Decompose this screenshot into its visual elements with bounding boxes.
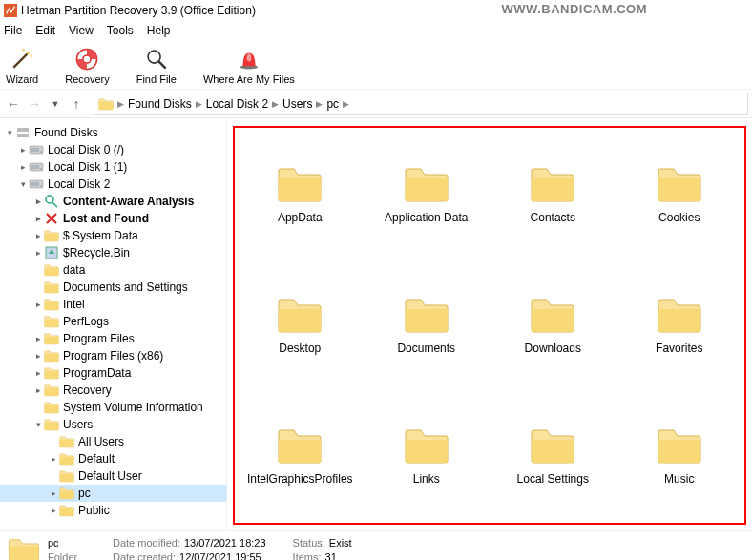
tree-local-disk-0[interactable]: ▸Local Disk 0 (/): [0, 141, 226, 158]
svg-rect-13: [17, 134, 29, 137]
folder-icon: [44, 297, 59, 312]
label: Local Disk 2: [48, 177, 110, 191]
folder-item[interactable]: Application Data: [385, 165, 468, 224]
status-name: pc: [48, 536, 105, 550]
folder-icon: [657, 165, 702, 203]
tree-root-found-disks[interactable]: ▾Found Disks: [0, 124, 226, 141]
folder-icon: [59, 434, 74, 449]
folder-icon: [657, 296, 702, 334]
svg-point-8: [83, 55, 91, 63]
tree-recovery[interactable]: ▸Recovery: [0, 382, 226, 399]
tree-lost-and-found[interactable]: ▸Lost and Found: [0, 210, 226, 227]
folder-icon: [44, 280, 59, 295]
nav-history-dropdown[interactable]: ▼: [46, 94, 65, 114]
tree-program-files-x86[interactable]: ▸Program Files (x86): [0, 347, 226, 364]
folder-item[interactable]: AppData: [277, 165, 323, 224]
title-bar: Hetman Partition Recovery 3.9 (Office Ed…: [0, 0, 752, 21]
recovery-button[interactable]: Recovery: [65, 47, 109, 85]
folder-item[interactable]: Links: [404, 426, 449, 486]
tree-program-files[interactable]: ▸Program Files: [0, 330, 226, 347]
label: pc: [78, 487, 91, 500]
label: PerfLogs: [63, 315, 109, 328]
tree-default[interactable]: ▸Default: [0, 450, 226, 467]
address-bar: ← → ▼ ↑ ▶ Found Disks ▶ Local Disk 2 ▶ U…: [0, 90, 752, 118]
nav-up-button[interactable]: ↑: [67, 94, 86, 114]
crumb-pc[interactable]: pc: [326, 97, 339, 111]
chevron-right-icon: ▶: [272, 99, 279, 109]
wizard-button[interactable]: Wizard: [6, 47, 38, 85]
folder-icon: [98, 96, 114, 112]
folder-icon: [59, 451, 74, 467]
menu-view[interactable]: View: [69, 24, 94, 37]
crumb-users[interactable]: Users: [282, 97, 312, 111]
tree-system-data[interactable]: ▸$ System Data: [0, 227, 226, 244]
menu-file[interactable]: File: [4, 24, 22, 37]
status-modified-label: Date modified:: [113, 537, 180, 549]
label: Lost and Found: [63, 212, 149, 225]
tree-programdata[interactable]: ▸ProgramData: [0, 364, 226, 382]
chevron-right-icon: ▶: [117, 99, 124, 109]
chevron-right-icon: ▶: [316, 99, 323, 109]
nav-forward-button[interactable]: →: [25, 94, 44, 114]
label: Documents and Settings: [63, 280, 188, 294]
folder-item[interactable]: Music: [657, 426, 702, 486]
folder-item[interactable]: Documents: [397, 296, 455, 355]
folder-icon: [8, 535, 40, 561]
menu-tools[interactable]: Tools: [107, 24, 134, 37]
content-pane[interactable]: AppDataApplication DataContactsCookiesDe…: [227, 118, 752, 530]
folder-tree[interactable]: ▾Found Disks ▸Local Disk 0 (/) ▸Local Di…: [0, 118, 227, 530]
lifebuoy-icon: [74, 47, 99, 72]
menu-edit[interactable]: Edit: [35, 24, 55, 37]
folder-label: AppData: [278, 211, 323, 224]
folder-label: Cookies: [658, 211, 700, 224]
folder-icon: [44, 383, 59, 398]
tree-perflogs[interactable]: PerfLogs: [0, 313, 226, 330]
label: System Volume Information: [63, 401, 203, 414]
tree-local-disk-1[interactable]: ▸Local Disk 1 (1): [0, 158, 226, 176]
folder-icon: [44, 331, 59, 346]
folder-item[interactable]: IntelGraphicsProfiles: [247, 426, 353, 486]
tree-documents-settings[interactable]: Documents and Settings: [0, 279, 226, 296]
folder-icon: [530, 296, 575, 334]
label: Program Files (x86): [63, 349, 163, 363]
tree-data[interactable]: data: [0, 261, 226, 279]
disk-icon: [29, 176, 44, 192]
nav-back-button[interactable]: ←: [4, 94, 23, 114]
breadcrumb[interactable]: ▶ Found Disks ▶ Local Disk 2 ▶ Users ▶ p…: [94, 93, 748, 115]
tree-system-volume-information[interactable]: System Volume Information: [0, 399, 226, 416]
folder-icon: [277, 426, 323, 465]
tree-pc[interactable]: ▸pc: [0, 485, 226, 502]
tree-recycle-bin[interactable]: ▸$Recycle.Bin: [0, 244, 226, 261]
label: Default User: [78, 469, 142, 483]
folder-item[interactable]: Favorites: [656, 296, 702, 355]
tree-all-users[interactable]: All Users: [0, 433, 226, 450]
recovery-label: Recovery: [65, 73, 109, 85]
folder-item[interactable]: Desktop: [277, 296, 323, 355]
folder-item[interactable]: Local Settings: [517, 426, 589, 486]
tree-default-user[interactable]: Default User: [0, 467, 226, 485]
folder-icon: [44, 365, 59, 381]
folder-icon: [44, 228, 59, 243]
tree-intel[interactable]: ▸Intel: [0, 296, 226, 313]
crumb-local-disk-2[interactable]: Local Disk 2: [206, 97, 268, 111]
where-are-my-files-button[interactable]: Where Are My Files: [203, 47, 295, 85]
crumb-found-disks[interactable]: Found Disks: [128, 97, 192, 111]
tree-content-aware[interactable]: ▸Content-Aware Analysis: [0, 193, 226, 210]
folder-item[interactable]: Contacts: [530, 165, 575, 224]
app-icon: [4, 4, 17, 17]
svg-point-5: [23, 49, 25, 51]
tree-local-disk-2[interactable]: ▾Local Disk 2: [0, 176, 226, 193]
status-bar: pc Folder Date modified:13/07/2021 18:23…: [0, 530, 752, 560]
folder-item[interactable]: Cookies: [657, 165, 702, 224]
label: $ System Data: [63, 229, 138, 242]
tree-users[interactable]: ▾Users: [0, 416, 226, 433]
menu-help[interactable]: Help: [147, 24, 171, 37]
label: Local Disk 0 (/): [48, 143, 124, 156]
magnifier-icon: [144, 47, 169, 72]
tree-public[interactable]: ▸Public: [0, 502, 226, 519]
wand-icon: [10, 47, 34, 72]
folder-item[interactable]: Downloads: [525, 296, 581, 355]
main-area: ▾Found Disks ▸Local Disk 0 (/) ▸Local Di…: [0, 118, 752, 530]
find-file-button[interactable]: Find File: [136, 47, 177, 85]
status-modified: 13/07/2021 18:23: [184, 537, 266, 549]
